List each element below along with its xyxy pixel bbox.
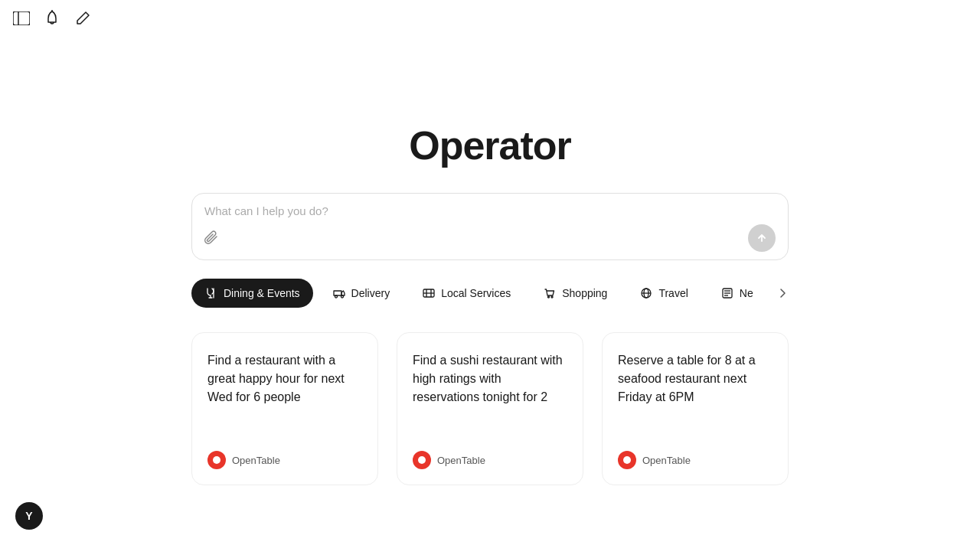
card-1-text: Find a restaurant with a great happy hou… [207,351,362,414]
card-2[interactable]: Find a sushi restaurant with high rating… [397,332,583,485]
tabs-container: Dining & Events Delivery [191,279,789,308]
sidebar-icon[interactable] [12,9,31,28]
svg-point-3 [335,295,337,298]
tabs-more-button[interactable] [773,283,789,303]
card-2-service-logo [413,451,431,469]
attach-icon[interactable] [204,230,220,246]
search-input[interactable] [204,204,776,217]
card-3-text: Reserve a table for 8 at a seafood resta… [618,351,773,414]
edit-icon[interactable] [74,9,92,28]
search-container [191,193,789,260]
card-1-service-name: OpenTable [232,455,280,466]
travel-icon [639,286,653,300]
svg-rect-0 [13,11,30,25]
card-3-footer: OpenTable [618,451,773,469]
tab-dining-label: Dining & Events [224,287,300,299]
svg-point-6 [548,296,550,298]
tab-delivery-label: Delivery [351,287,390,299]
dining-icon [204,286,218,300]
card-1-footer: OpenTable [207,451,362,469]
tab-more[interactable]: Ne [707,279,766,308]
card-3-logo-inner [623,456,631,464]
news-icon [720,286,734,300]
card-2-logo-inner [418,456,426,464]
delivery-icon [332,286,346,300]
shopping-icon [543,286,557,300]
cards-container: Find a restaurant with a great happy hou… [191,332,789,485]
tab-shopping[interactable]: Shopping [530,279,620,308]
bell-icon[interactable] [43,9,61,28]
card-3-service-logo [618,451,636,469]
card-1-logo-inner [213,456,220,464]
tab-local-label: Local Services [441,287,511,299]
tab-travel[interactable]: Travel [626,279,701,308]
submit-button[interactable] [748,224,776,252]
main-content: Operator [0,0,980,485]
tab-dining[interactable]: Dining & Events [191,279,313,308]
svg-point-7 [551,296,553,298]
search-footer [204,224,776,252]
app-title: Operator [409,122,571,168]
card-1[interactable]: Find a restaurant with a great happy hou… [191,332,378,485]
local-icon [422,286,436,300]
card-3[interactable]: Reserve a table for 8 at a seafood resta… [602,332,789,485]
card-1-service-logo [207,451,226,469]
avatar[interactable]: Y [15,502,43,530]
toolbar [12,9,92,28]
tab-travel-label: Travel [658,287,688,299]
card-2-service-name: OpenTable [437,455,485,466]
card-2-text: Find a sushi restaurant with high rating… [413,351,567,414]
tab-shopping-label: Shopping [562,287,607,299]
card-3-service-name: OpenTable [642,455,691,466]
svg-point-4 [341,295,343,298]
tab-more-label: Ne [740,287,753,299]
tab-local[interactable]: Local Services [409,279,524,308]
card-2-footer: OpenTable [413,451,567,469]
tab-delivery[interactable]: Delivery [319,279,403,308]
